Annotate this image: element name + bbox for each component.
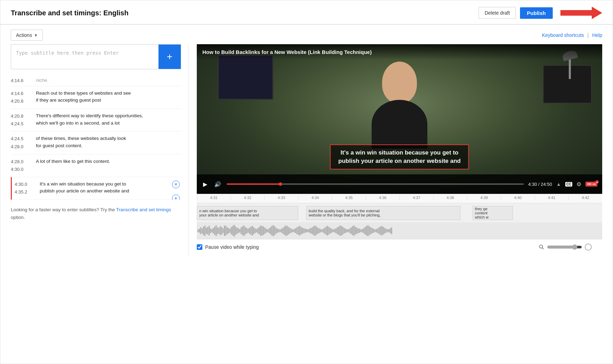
play-button[interactable]: ▶ (202, 180, 209, 189)
waveform-bar (376, 229, 377, 232)
waveform-bar (299, 226, 300, 236)
waveform-bar (359, 229, 360, 233)
waveform-bar (345, 229, 346, 233)
waveform-bar (210, 228, 211, 233)
waveform-bar (338, 227, 339, 235)
add-subtitle-button[interactable]: + (158, 45, 181, 69)
waveform-bar (310, 228, 311, 234)
waveform-bar (255, 228, 256, 233)
keyboard-shortcuts-link[interactable]: Keyboard shortcuts (542, 32, 584, 38)
waveform-bar (263, 227, 264, 235)
video-player[interactable]: How to Build Backlinks for a New Website… (197, 44, 602, 194)
timeline-ruler: 4:31 4:32 4:33 4:34 4:35 4:36 4:37 4:38 … (197, 194, 602, 203)
waveform-bar (221, 227, 222, 235)
waveform-bar (249, 228, 250, 234)
waveform-bar (253, 227, 254, 234)
subtitle-item: 4:24.54:28.0 of these times, these websi… (11, 132, 181, 154)
timeline-block[interactable]: n win situation because you get toyour a… (197, 206, 298, 220)
waveform-bar (340, 225, 341, 236)
waveform-bar (363, 228, 364, 234)
publish-button[interactable]: Publish (520, 7, 553, 19)
footer-note: Looking for a faster way to enter subtit… (11, 200, 181, 224)
waveform-bar (241, 227, 242, 234)
waveform-bar (256, 229, 257, 232)
waveform-bar (266, 229, 267, 233)
toolbar-row: Actions ▼ Keyboard shortcuts | Help (0, 25, 613, 44)
subtitle-input[interactable] (11, 45, 158, 69)
waveform-bar (197, 229, 199, 232)
svg-line-2 (542, 248, 544, 249)
subtitle-add-inline-button[interactable]: + (172, 195, 180, 200)
progress-bar[interactable] (227, 183, 524, 185)
delete-draft-button[interactable]: Delete draft (479, 7, 515, 19)
waveform-bar (374, 229, 375, 232)
actions-button[interactable]: Actions ▼ (11, 30, 43, 41)
waveform-bar (276, 228, 277, 234)
waveform-bar (211, 229, 212, 232)
waveform-bar (309, 229, 310, 233)
toolbar-right: Keyboard shortcuts | Help (542, 32, 602, 38)
waveform-bar (235, 227, 236, 235)
waveform-bar (327, 226, 328, 236)
waveform-bar (380, 227, 381, 235)
ruler-mark: 4:36 (366, 196, 399, 200)
waveform-bar (292, 229, 293, 232)
waveform-bar (252, 226, 253, 236)
waveform-bar (308, 229, 309, 232)
timeline-section: 4:31 4:32 4:33 4:34 4:35 4:36 4:37 4:38 … (197, 194, 602, 239)
waveform-bar (285, 225, 286, 236)
settings-icon[interactable]: ⚙ (576, 181, 581, 188)
waveform-bar (303, 228, 304, 233)
waveform (197, 222, 602, 239)
waveform-bar (367, 225, 368, 236)
header: Transcribe and set timings: English Dele… (0, 0, 613, 24)
face (382, 62, 417, 103)
timeline-waveform (197, 222, 602, 239)
subtitle-item-active: 4:30.04:35.2 It's a win win situation be… (11, 177, 181, 200)
cc-button[interactable]: CC (565, 182, 572, 187)
waveform-bar (358, 228, 359, 233)
waveform-bar (323, 229, 324, 233)
waveform-bar (298, 227, 299, 235)
timeline-block[interactable]: they gecontentwhich w (473, 206, 513, 220)
pause-video-checkbox-label[interactable]: Pause video while typing (197, 244, 259, 250)
subtitle-close-button[interactable]: ✕ (172, 181, 180, 188)
subtitle-text: There's different way to identify these … (32, 112, 181, 128)
search-icon (539, 244, 544, 250)
ruler-mark: 4:41 (535, 196, 568, 200)
waveform-bar (246, 228, 247, 234)
waveform-bar (206, 228, 207, 234)
waveform-bar (204, 225, 205, 236)
help-link[interactable]: Help (592, 32, 602, 38)
waveform-bar (199, 229, 200, 233)
waveform-bar (356, 228, 357, 234)
timeline-block[interactable]: build the quality back, and for the exte… (306, 206, 460, 220)
waveform-bar (319, 228, 320, 233)
waveform-bar (294, 229, 295, 232)
subtitle-item: 4:28.04:30.0 A lot of them like to get t… (11, 155, 181, 177)
ruler-mark: 4:33 (264, 196, 298, 200)
waveform-bar (296, 227, 297, 234)
zoom-slider[interactable] (547, 244, 582, 250)
waveform-bar (302, 228, 303, 234)
waveform-bar (366, 226, 367, 236)
left-panel: + 4:14.6 niche. 4:14.64:20.8 Reach out t… (11, 44, 188, 256)
waveform-bar (328, 227, 329, 235)
waveform-bar (321, 229, 323, 232)
waveform-bar (349, 228, 350, 233)
monitor-left (218, 55, 273, 100)
transcribe-link[interactable]: Transcribe and set timings (116, 207, 171, 212)
volume-button[interactable]: 🔊 (213, 180, 223, 189)
video-background (197, 44, 602, 194)
waveform-bar (334, 229, 335, 232)
ruler-mark: 4:31 (197, 196, 231, 200)
subtitle-text: Reach out to these types of websites and… (32, 90, 181, 105)
waveform-bar (217, 227, 218, 234)
waveform-bar (333, 229, 334, 232)
pause-video-checkbox[interactable] (197, 244, 202, 250)
waveform-bar (355, 227, 356, 235)
waveform-bar (278, 229, 279, 232)
waveform-bar (387, 229, 388, 232)
timeline-subtitles[interactable]: n win situation because you get toyour a… (197, 203, 602, 222)
waveform-bar (238, 228, 239, 233)
